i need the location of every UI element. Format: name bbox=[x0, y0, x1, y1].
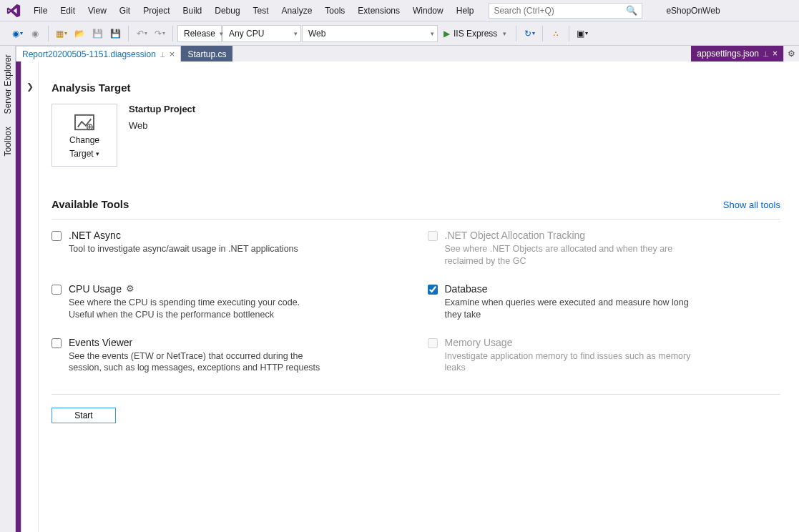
pin-icon[interactable]: ⟂ bbox=[763, 49, 768, 59]
tool-name: Database bbox=[445, 283, 488, 295]
play-icon: ▶ bbox=[443, 29, 450, 39]
tool-desc: Examine when queries were executed and m… bbox=[445, 297, 702, 321]
tool-allocation-checkbox bbox=[428, 231, 438, 241]
document: ❯ Analysis Target Change Target ▾ bbox=[21, 61, 799, 532]
menu-window[interactable]: Window bbox=[406, 2, 450, 19]
start-button[interactable]: Start bbox=[52, 408, 116, 423]
open-file-button[interactable]: 📂 bbox=[71, 25, 88, 42]
tool-desc: See the events (ETW or NetTrace) that oc… bbox=[69, 350, 326, 375]
redo-button[interactable]: ↷▾ bbox=[151, 25, 168, 42]
tool-net-async-checkbox[interactable] bbox=[52, 231, 62, 241]
vs-logo-icon bbox=[1, 2, 26, 19]
run-button[interactable]: ▶ IIS Express ▾ bbox=[438, 25, 511, 42]
menu-git[interactable]: Git bbox=[113, 2, 137, 19]
solution-name[interactable]: eShopOnWeb bbox=[658, 2, 727, 19]
tool-desc: See where the CPU is spending time execu… bbox=[69, 297, 326, 321]
separator bbox=[516, 26, 516, 41]
menu-build[interactable]: Build bbox=[177, 2, 209, 19]
separator bbox=[172, 26, 173, 41]
menu-analyze[interactable]: Analyze bbox=[275, 2, 319, 19]
tab-label: Startup.cs bbox=[187, 49, 226, 59]
close-icon[interactable]: × bbox=[170, 49, 175, 59]
menu-extensions[interactable]: Extensions bbox=[351, 2, 406, 19]
separator bbox=[569, 26, 569, 41]
config-dropdown[interactable]: Release▾ bbox=[177, 25, 222, 42]
close-icon[interactable]: × bbox=[773, 49, 778, 59]
caret-icon: ▾ bbox=[503, 30, 506, 37]
menu-project[interactable]: Project bbox=[137, 2, 176, 19]
tab-label: Report20200505-1151.diagsession bbox=[22, 49, 156, 59]
tools-grid: .NET Async Tool to investigate async/awa… bbox=[52, 230, 780, 374]
analysis-target-heading: Analysis Target bbox=[52, 82, 780, 94]
menu-bar: File Edit View Git Project Build Debug T… bbox=[0, 0, 799, 21]
nav-fwd-button[interactable]: ◉ bbox=[26, 25, 44, 42]
tool-database: Database Examine when queries were execu… bbox=[428, 283, 781, 321]
target-image-icon bbox=[74, 114, 95, 132]
search-box[interactable]: 🔍 bbox=[489, 3, 642, 19]
tool-name: .NET Object Allocation Tracking bbox=[445, 230, 586, 241]
tool-name: Memory Usage bbox=[445, 337, 513, 348]
tab-startup-cs[interactable]: Startup.cs bbox=[181, 46, 232, 61]
side-strip: Server Explorer Toolbox bbox=[0, 46, 16, 532]
caret-icon: ▾ bbox=[96, 150, 99, 158]
menu-test[interactable]: Test bbox=[247, 2, 275, 19]
tool-desc: Tool to investigate async/await usage in… bbox=[69, 243, 298, 255]
tab-label: appsettings.json bbox=[697, 49, 759, 59]
browser-refresh-button[interactable]: ↻▾ bbox=[521, 25, 538, 42]
config-value: Release bbox=[184, 29, 215, 39]
menu-items: File Edit View Git Project Build Debug T… bbox=[27, 2, 480, 19]
analysis-target-row: Change Target ▾ Startup Project Web bbox=[52, 104, 780, 167]
divider bbox=[52, 219, 780, 220]
tabstrip: Report20200505-1151.diagsession ⟂ × Star… bbox=[16, 46, 799, 61]
gear-icon[interactable]: ⚙ bbox=[126, 283, 134, 294]
tool-events-viewer: Events Viewer See the events (ETW or Net… bbox=[52, 337, 405, 375]
tool-net-async: .NET Async Tool to investigate async/awa… bbox=[52, 230, 405, 267]
tab-spacer bbox=[232, 46, 691, 61]
caret-icon: ▾ bbox=[431, 30, 434, 37]
startup-project-dropdown[interactable]: Web▾ bbox=[302, 25, 438, 42]
nav-back-button[interactable]: ◉▾ bbox=[9, 25, 26, 42]
tab-diagsession[interactable]: Report20200505-1151.diagsession ⟂ × bbox=[16, 46, 181, 61]
tool-cpu-usage: CPU Usage ⚙ See where the CPU is spendin… bbox=[52, 283, 405, 321]
change-target-label-2: Target ▾ bbox=[69, 149, 99, 159]
tool-events-viewer-checkbox[interactable] bbox=[52, 338, 62, 348]
show-all-tools-link[interactable]: Show all tools bbox=[723, 200, 780, 210]
separator bbox=[48, 26, 49, 41]
browser-link-button[interactable]: ⛬ bbox=[547, 25, 564, 42]
toolbox-tab[interactable]: Toolbox bbox=[1, 121, 15, 162]
tool-database-checkbox[interactable] bbox=[428, 285, 438, 295]
collapse-gutter[interactable]: ❯ bbox=[21, 61, 39, 532]
startup-project-label: Startup Project bbox=[129, 104, 195, 114]
save-button[interactable]: 💾 bbox=[89, 25, 106, 42]
toolbar: ◉▾ ◉ ▦▾ 📂 💾 💾 ↶▾ ↷▾ Release▾ Any CPU▾ We… bbox=[0, 21, 799, 46]
menu-file[interactable]: File bbox=[27, 2, 54, 19]
platform-dropdown[interactable]: Any CPU▾ bbox=[222, 25, 301, 42]
menu-help[interactable]: Help bbox=[450, 2, 481, 19]
tool-cpu-usage-checkbox[interactable] bbox=[52, 285, 62, 295]
caret-icon: ▾ bbox=[294, 30, 298, 37]
server-explorer-tab[interactable]: Server Explorer bbox=[1, 49, 15, 119]
tab-options-button[interactable]: ⚙ bbox=[783, 46, 799, 61]
new-project-button[interactable]: ▦▾ bbox=[53, 25, 70, 42]
divider bbox=[52, 394, 780, 395]
available-tools-heading: Available Tools bbox=[52, 198, 129, 210]
search-icon: 🔍 bbox=[626, 5, 637, 16]
tool-name: .NET Async bbox=[69, 230, 121, 241]
tool-name-text: CPU Usage bbox=[69, 283, 122, 295]
save-all-button[interactable]: 💾 bbox=[107, 25, 124, 42]
menu-edit[interactable]: Edit bbox=[54, 2, 82, 19]
chevron-right-icon[interactable]: ❯ bbox=[26, 82, 34, 532]
undo-button[interactable]: ↶▾ bbox=[133, 25, 150, 42]
run-label: IIS Express bbox=[454, 29, 497, 39]
tool-allocation: .NET Object Allocation Tracking See wher… bbox=[428, 230, 781, 267]
change-target-card[interactable]: Change Target ▾ bbox=[52, 104, 117, 167]
tool-memory-usage-checkbox bbox=[428, 338, 438, 348]
search-input[interactable] bbox=[494, 6, 626, 16]
menu-debug[interactable]: Debug bbox=[208, 2, 246, 19]
live-share-button[interactable]: ▣▾ bbox=[574, 25, 591, 42]
tab-appsettings[interactable]: appsettings.json ⟂ × bbox=[691, 46, 783, 61]
tool-desc: See where .NET Objects are allocated and… bbox=[445, 243, 702, 267]
menu-view[interactable]: View bbox=[82, 2, 113, 19]
menu-tools[interactable]: Tools bbox=[318, 2, 351, 19]
pin-icon[interactable]: ⟂ bbox=[160, 50, 165, 59]
